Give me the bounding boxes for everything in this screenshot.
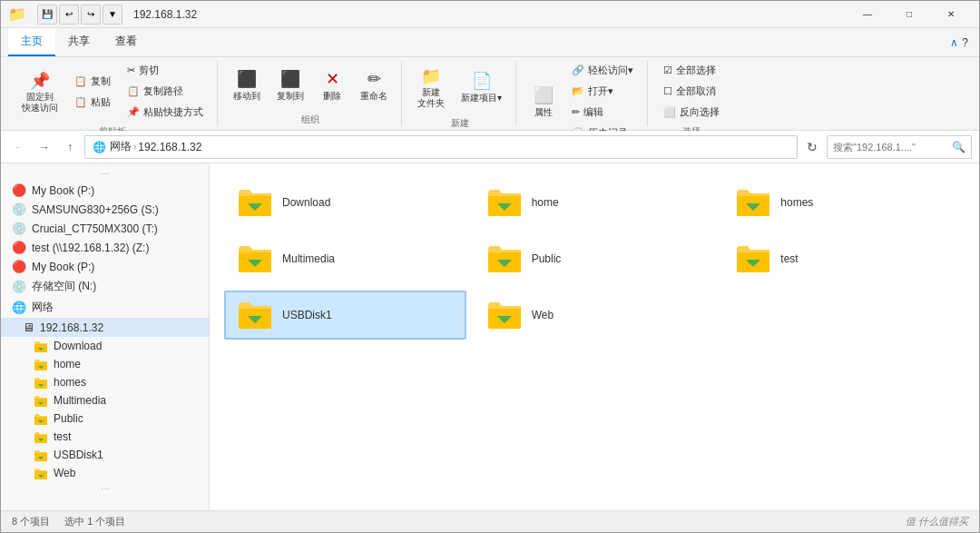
new-item-button[interactable]: 📄 新建项目▾ <box>455 65 508 109</box>
sidebar-item-home[interactable]: home <box>1 355 209 373</box>
sidebar-item-mybook-p2[interactable]: 🔴 My Book (P:) <box>1 257 209 276</box>
scissors-icon: ✂ <box>127 64 135 76</box>
rename-button[interactable]: ✏ 重命名 <box>354 64 394 107</box>
folder-item-usbdisk1[interactable]: USBDisk1 <box>224 291 466 340</box>
refresh-button[interactable]: ↻ <box>801 136 823 158</box>
minimize-button[interactable]: — <box>847 1 888 28</box>
pin-button[interactable]: 📌 固定到快速访问 <box>15 65 64 118</box>
select-all-button[interactable]: ☑ 全部选择 <box>657 61 726 80</box>
folder-item-homes[interactable]: homes <box>722 178 965 227</box>
new-label: 新建 <box>451 115 469 130</box>
copy-to-button[interactable]: ⬛ 复制到 <box>270 64 310 107</box>
edit-label: 编辑 <box>583 105 603 119</box>
computer-icon: 🖥 <box>23 321 34 334</box>
paste-shortcut-button[interactable]: 📌 粘贴快捷方式 <box>121 103 210 122</box>
sidebar-label-public: Public <box>54 412 83 425</box>
select-none-label: 全部取消 <box>676 84 716 98</box>
close-button[interactable]: ✕ <box>930 1 972 28</box>
sidebar-item-web[interactable]: Web <box>1 464 209 482</box>
ribbon-help[interactable]: ? <box>962 36 968 49</box>
sidebar-item-network[interactable]: 🌐 网络 <box>1 297 209 318</box>
sidebar-item-test[interactable]: test <box>1 428 209 446</box>
sidebar-item-192[interactable]: 🖥 192.168.1.32 <box>1 318 209 337</box>
cut-button[interactable]: ✂ 剪切 <box>121 61 210 80</box>
folder-item-web[interactable]: Web <box>474 291 716 340</box>
window-title: 192.168.1.32 <box>133 8 197 21</box>
open-label: 打开▾ <box>588 84 613 98</box>
watermark: 值 什么值得买 <box>906 515 968 528</box>
search-icon[interactable]: 🔍 <box>952 141 965 153</box>
folder-name-test: test <box>780 252 798 265</box>
sidebar-item-test-z[interactable]: 🔴 test (\\192.168.1.32) (Z:) <box>1 238 209 257</box>
address-bar: ← → ↑ 🌐 网络 › 192.168.1.32 ↻ 🔍 <box>1 131 979 163</box>
rename-icon: ✏ <box>363 68 385 90</box>
breadcrumb-ip[interactable]: 192.168.1.32 <box>138 141 201 153</box>
folder-name-public: Public <box>532 252 562 265</box>
up-button[interactable]: ↑ <box>59 136 81 158</box>
pin-icon: 📌 <box>29 70 51 92</box>
properties-button[interactable]: ⬜ 属性 <box>525 80 562 123</box>
tab-home[interactable]: 主页 <box>8 28 55 56</box>
ribbon-group-open: ⬜ 属性 🔗 轻松访问▾ 📂 打开▾ ✏ <box>518 61 648 126</box>
folder-item-public[interactable]: Public <box>474 234 716 283</box>
paste-button[interactable]: 📋 粘贴 <box>68 93 117 112</box>
folder-icon-home-sidebar <box>34 359 48 370</box>
sidebar-item-crucial[interactable]: 💿 Crucial_CT750MX300 (T:) <box>1 219 209 238</box>
ribbon-group-clipboard: 📌 固定到快速访问 📋 复制 📋 粘贴 <box>8 61 218 126</box>
invert-select-button[interactable]: ⬜ 反向选择 <box>657 103 726 122</box>
sidebar-label-download: Download <box>54 340 102 352</box>
properties-icon: ⬜ <box>533 84 554 106</box>
sidebar-item-download[interactable]: Download <box>1 337 209 355</box>
sidebar-item-public[interactable]: Public <box>1 410 209 428</box>
folder-icon-homes-sidebar <box>34 377 48 389</box>
paste-shortcut-icon: 📌 <box>127 106 140 118</box>
tab-share[interactable]: 共享 <box>55 28 103 56</box>
maximize-button[interactable]: □ <box>888 1 930 28</box>
copy-path-button[interactable]: 📋 复制路径 <box>121 82 210 101</box>
cut-label: 剪切 <box>139 64 159 77</box>
search-input[interactable] <box>833 142 948 153</box>
new-folder-button[interactable]: 📁 新建文件夹 <box>411 61 451 114</box>
ribbon-collapse[interactable]: ∧ <box>950 36 958 49</box>
address-input[interactable]: 🌐 网络 › 192.168.1.32 <box>84 135 798 159</box>
open-button[interactable]: 📂 打开▾ <box>565 82 640 101</box>
ribbon-content: 📌 固定到快速访问 📋 复制 📋 粘贴 <box>1 57 979 130</box>
sidebar-item-samsung[interactable]: 💿 SAMSUNG830+256G (S:) <box>1 200 209 219</box>
folder-item-download[interactable]: Download <box>224 178 466 227</box>
delete-button[interactable]: ✕ 删除 <box>314 64 350 107</box>
sidebar-item-mybook-p[interactable]: 🔴 My Book (P:) <box>1 181 209 200</box>
ribbon-organize-items: ⬛ 移动到 ⬛ 复制到 ✕ 删除 ✏ 重命名 <box>227 61 394 110</box>
forward-button[interactable]: → <box>34 136 55 158</box>
save-button[interactable]: 💾 <box>37 5 57 25</box>
undo-button[interactable]: ↩ <box>59 5 79 25</box>
search-box[interactable]: 🔍 <box>827 135 972 159</box>
folder-name-usbdisk1: USBDisk1 <box>282 309 332 321</box>
folder-grid: Download home <box>224 178 965 340</box>
sidebar-label-test-z: test (\\192.168.1.32) (Z:) <box>32 242 149 254</box>
sidebar-label-crucial: Crucial_CT750MX300 (T:) <box>32 222 158 235</box>
folder-item-home[interactable]: home <box>474 178 716 227</box>
sidebar-item-multimedia[interactable]: Multimedia <box>1 391 209 410</box>
copy-button[interactable]: 📋 复制 <box>68 72 117 91</box>
sidebar: ⋯ 🔴 My Book (P:) 💿 SAMSUNG830+256G (S:) … <box>1 163 210 510</box>
title-bar: 📁 💾 ↩ ↪ ▼ 192.168.1.32 — □ ✕ <box>1 1 979 28</box>
sidebar-label-network: 网络 <box>32 300 54 315</box>
sidebar-item-storage-n[interactable]: 💿 存储空间 (N:) <box>1 276 209 297</box>
easy-access-button[interactable]: 🔗 轻松访问▾ <box>565 61 640 80</box>
edit-button[interactable]: ✏ 编辑 <box>565 103 640 122</box>
properties-label: 属性 <box>534 106 553 119</box>
sidebar-item-homes[interactable]: homes <box>1 373 209 391</box>
ribbon-group-organize: ⬛ 移动到 ⬛ 复制到 ✕ 删除 ✏ 重命名 <box>220 61 402 126</box>
properties-quick-button[interactable]: ▼ <box>103 5 122 25</box>
redo-button[interactable]: ↪ <box>81 5 101 25</box>
move-to-button[interactable]: ⬛ 移动到 <box>227 64 267 107</box>
tab-view[interactable]: 查看 <box>103 28 150 56</box>
breadcrumb-network[interactable]: 网络 <box>110 139 132 154</box>
folder-item-test[interactable]: test <box>722 234 965 283</box>
back-button[interactable]: ← <box>8 136 30 158</box>
ribbon-clipboard-items: 📌 固定到快速访问 📋 复制 📋 粘贴 <box>15 61 210 122</box>
folder-item-multimedia[interactable]: Multimedia <box>224 234 466 283</box>
select-none-button[interactable]: ☐ 全部取消 <box>657 82 726 101</box>
sidebar-label-mybook-p: My Book (P:) <box>32 184 94 197</box>
sidebar-item-usbdisk1[interactable]: USBDisk1 <box>1 446 209 464</box>
